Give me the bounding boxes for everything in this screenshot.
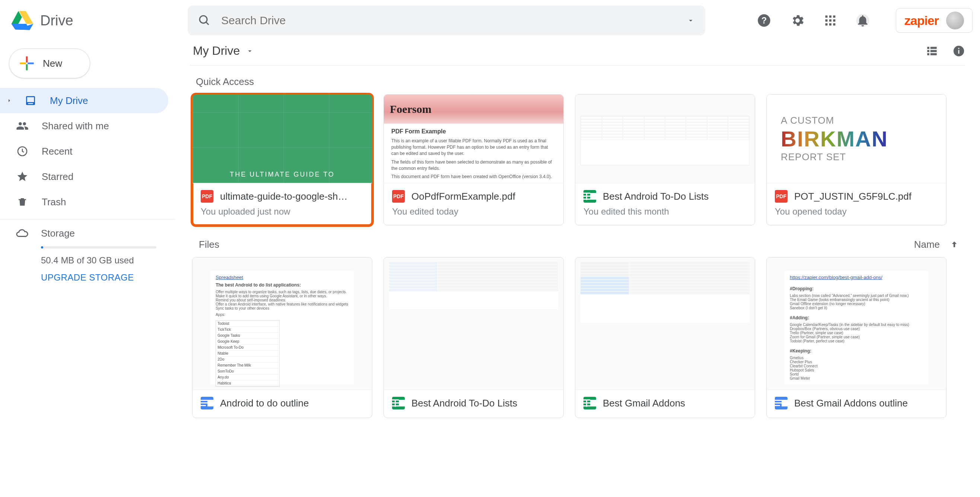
thumb-text: Apps: bbox=[216, 312, 349, 317]
breadcrumb-root[interactable]: My Drive bbox=[193, 44, 254, 58]
thumb-text: Labs section (now called "Advanced," see… bbox=[790, 293, 923, 298]
quick-access-card[interactable]: Best Android To-Do Lists You edited this… bbox=[575, 94, 755, 225]
pdf-icon: PDF bbox=[775, 190, 788, 203]
sidebar-item-label: Shared with me bbox=[42, 120, 109, 132]
sidebar-item-my-drive[interactable]: My Drive bbox=[0, 88, 168, 113]
thumb-caption: THE ULTIMATE GUIDE TO bbox=[192, 166, 372, 183]
thumb-text: Clearbit Connect bbox=[790, 364, 923, 368]
file-card[interactable]: Spreadsheet The best Android to do list … bbox=[192, 257, 372, 418]
quick-access-card[interactable]: Foersom PDF Form Example This is an exam… bbox=[383, 94, 564, 225]
svg-point-0 bbox=[200, 16, 207, 23]
storage-block: Storage 50.4 MB of 30 GB used UPGRADE ST… bbox=[0, 227, 175, 283]
storage-bar bbox=[41, 246, 156, 248]
card-thumbnail bbox=[575, 95, 755, 183]
settings-gear-icon[interactable] bbox=[790, 13, 805, 28]
view-details-icon[interactable] bbox=[953, 45, 965, 57]
thumb-text: Offer multiple ways to organize tasks, s… bbox=[216, 290, 349, 294]
content: My Drive Quick Access THE ULTIMATE GU bbox=[175, 41, 980, 418]
thumb-text: #Keeping: bbox=[790, 348, 923, 354]
sidebar-item-label: Starred bbox=[42, 171, 73, 183]
svg-rect-26 bbox=[958, 50, 959, 54]
thumb-text: Spreadsheet bbox=[216, 275, 349, 280]
search-box[interactable] bbox=[188, 6, 705, 35]
sidebar: New My Drive Shared with me Recent bbox=[0, 41, 175, 418]
logo-block[interactable]: Drive bbox=[8, 10, 179, 30]
search-input[interactable] bbox=[221, 14, 676, 27]
card-title: POT_JUSTIN_G5F9LC.pdf bbox=[794, 191, 938, 202]
notifications-bell-icon[interactable] bbox=[856, 13, 870, 27]
card-thumbnail: A CUSTOM BIRKMAN REPORT SET bbox=[767, 95, 946, 183]
drive-logo-icon bbox=[11, 10, 33, 30]
clock-icon bbox=[16, 145, 29, 157]
thumb-text: Hubspot Sales bbox=[790, 368, 923, 372]
svg-text:?: ? bbox=[761, 16, 767, 25]
file-card[interactable]: Best Gmail Addons bbox=[575, 257, 755, 418]
thumb-text: Zoom for Gmail (Partner, simple use case… bbox=[790, 335, 923, 339]
quick-access-grid: THE ULTIMATE GUIDE TO PDF ultimate-guide… bbox=[190, 94, 965, 225]
files-grid: Spreadsheet The best Android to do list … bbox=[190, 257, 965, 418]
star-icon bbox=[16, 170, 29, 183]
sidebar-divider bbox=[0, 219, 175, 220]
breadcrumb-label: My Drive bbox=[193, 44, 240, 58]
svg-rect-21 bbox=[927, 50, 929, 52]
svg-rect-4 bbox=[825, 16, 827, 18]
sidebar-item-starred[interactable]: Starred bbox=[0, 164, 168, 189]
card-title: ultimate-guide-to-google-sh… bbox=[220, 191, 364, 202]
quick-access-card[interactable]: A CUSTOM BIRKMAN REPORT SET PDF POT_JUST… bbox=[766, 94, 947, 225]
thumb-text: Offer a clean Android interface, with na… bbox=[216, 302, 349, 306]
apps-grid-icon[interactable] bbox=[824, 14, 837, 27]
account-brand-chip[interactable]: zapier bbox=[896, 8, 972, 33]
svg-rect-8 bbox=[829, 19, 831, 22]
thumb-text: Trello (Partner, simple use case) bbox=[790, 331, 923, 335]
thumb-text: Todoist (Parter, perfect use case) bbox=[790, 339, 923, 343]
svg-rect-17 bbox=[27, 62, 33, 64]
path-row: My Drive bbox=[190, 41, 965, 65]
header: Drive ? zapier bbox=[0, 0, 980, 41]
pdf-icon: PDF bbox=[392, 190, 405, 203]
new-button-label: New bbox=[43, 58, 62, 69]
thumb-text: Sync tasks to your other devices bbox=[216, 306, 349, 311]
arrow-up-icon[interactable] bbox=[950, 240, 959, 250]
people-icon bbox=[16, 119, 29, 132]
card-subtitle: You uploaded just now bbox=[192, 206, 372, 225]
card-thumbnail bbox=[384, 257, 563, 390]
thumb-text: The Email Game (looks embarrassingly anc… bbox=[790, 298, 923, 302]
file-card[interactable]: Best Android To-Do Lists bbox=[383, 257, 564, 418]
avatar[interactable] bbox=[946, 11, 964, 29]
thumb-text: Remind you about self-imposed deadlines. bbox=[216, 298, 349, 302]
sidebar-item-storage[interactable]: Storage bbox=[16, 227, 175, 240]
brand-label: zapier bbox=[904, 13, 939, 28]
chevron-down-icon bbox=[246, 47, 254, 55]
sidebar-item-trash[interactable]: Trash bbox=[0, 189, 168, 215]
thumb-text: BIRKMAN bbox=[781, 126, 932, 151]
thumb-text: This is an example of a user fillable PD… bbox=[391, 138, 556, 156]
expand-caret-icon[interactable] bbox=[5, 98, 13, 104]
sidebar-item-label: Storage bbox=[41, 228, 75, 239]
thumb-text: The fields of this form have been select… bbox=[391, 159, 556, 172]
sidebar-item-shared[interactable]: Shared with me bbox=[0, 113, 168, 139]
svg-rect-27 bbox=[958, 48, 959, 49]
list-view-icon[interactable] bbox=[926, 45, 938, 57]
quick-access-card[interactable]: THE ULTIMATE GUIDE TO PDF ultimate-guide… bbox=[192, 94, 372, 225]
thumb-text: Checker Plus bbox=[790, 360, 923, 364]
toolbar-right bbox=[926, 45, 965, 57]
sheets-icon bbox=[392, 397, 405, 409]
sidebar-item-label: Trash bbox=[42, 196, 66, 208]
file-card[interactable]: https://zapier.com/blog/best-gmail-add-o… bbox=[766, 257, 947, 418]
plus-icon bbox=[19, 56, 35, 71]
svg-rect-9 bbox=[833, 19, 835, 22]
help-icon[interactable]: ? bbox=[757, 13, 772, 28]
search-options-dropdown-icon[interactable] bbox=[687, 16, 695, 25]
sidebar-item-recent[interactable]: Recent bbox=[0, 139, 168, 164]
thumb-text: #Adding: bbox=[790, 315, 923, 320]
new-button[interactable]: New bbox=[9, 48, 90, 78]
svg-rect-15 bbox=[26, 64, 28, 70]
svg-rect-12 bbox=[833, 24, 835, 26]
upgrade-storage-link[interactable]: UPGRADE STORAGE bbox=[41, 272, 175, 283]
card-title: OoPdfFormExample.pdf bbox=[411, 191, 555, 202]
search-icon[interactable] bbox=[198, 14, 211, 27]
thumb-text: This document and PDF form have been cre… bbox=[391, 174, 556, 180]
sort-control[interactable]: Name bbox=[914, 239, 959, 250]
thumb-text: REPORT SET bbox=[781, 151, 932, 163]
thumb-text: #Dropping: bbox=[790, 286, 923, 292]
